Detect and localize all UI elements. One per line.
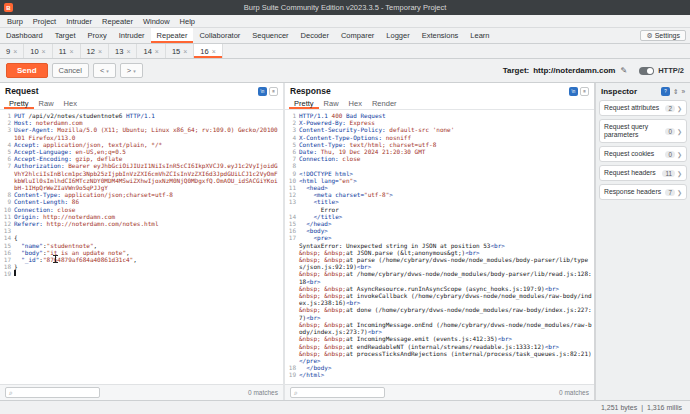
line-text[interactable]: &nbsp; &nbsp;at IncomingMessage.onEnd (/…	[299, 321, 592, 335]
repeater-tab-15[interactable]: 15×	[166, 44, 194, 58]
close-tab-icon[interactable]: ×	[183, 48, 187, 55]
line-text[interactable]: &nbsp; &nbsp;at JSON.parse (&lt;anonymou…	[299, 249, 592, 256]
line-text[interactable]: X-Content-Type-Options: nosniff	[299, 134, 592, 141]
line-text[interactable]: &nbsp; &nbsp;at invokeCallback (/home/cy…	[299, 292, 592, 306]
response-search-input[interactable]	[300, 388, 381, 397]
line-text[interactable]: <head>	[299, 184, 592, 191]
main-tab-decoder[interactable]: Decoder	[295, 28, 335, 43]
history-forward-button[interactable]: > ▾	[120, 63, 143, 78]
line-text[interactable]: HTTP/1.1 400 Bad Request	[299, 112, 592, 119]
request-editor[interactable]: 1PUT /api/v2/notes/studentnote6 HTTP/1.1…	[0, 110, 283, 384]
nonprintable-toggle-icon[interactable]: \n	[258, 87, 267, 96]
inspector-section-request-query-parameters[interactable]: Request query parameters0❯	[599, 119, 687, 143]
request-tab-hex[interactable]: Hex	[59, 97, 82, 109]
line-text[interactable]	[299, 162, 592, 169]
close-tab-icon[interactable]: ×	[212, 48, 216, 55]
line-text[interactable]: &nbsp; &nbsp;at done (/home/cybrary/dvws…	[299, 306, 592, 320]
line-text[interactable]: PUT /api/v2/notes/studentnote6 HTTP/1.1	[14, 112, 281, 119]
line-text[interactable]: &nbsp; &nbsp;at /home/cybrary/dvws-node/…	[299, 270, 592, 284]
request-tab-raw[interactable]: Raw	[34, 97, 59, 109]
menu-item-project[interactable]: Project	[28, 17, 61, 26]
main-tab-proxy[interactable]: Proxy	[82, 28, 113, 43]
repeater-tab-11[interactable]: 11×	[53, 44, 81, 58]
main-tab-repeater[interactable]: Repeater	[151, 28, 194, 43]
line-text[interactable]: Content-Length: 86	[14, 198, 281, 205]
main-tab-learn[interactable]: Learn	[464, 28, 495, 43]
response-tab-raw[interactable]: Raw	[319, 97, 344, 109]
menu-item-window[interactable]: Window	[138, 17, 175, 26]
expand-icon[interactable]: ⇕	[673, 88, 678, 96]
line-text[interactable]: SyntaxError: Unexpected string in JSON a…	[299, 242, 592, 249]
line-text[interactable]: User-Agent: Mozilla/5.0 (X11; Ubuntu; Li…	[14, 126, 281, 140]
history-back-button[interactable]: < ▾	[93, 63, 116, 78]
inspector-section-request-attributes[interactable]: Request attributes2❯	[599, 100, 687, 116]
line-text[interactable]: &nbsp; &nbsp;at parse (/home/cybrary/dvw…	[299, 256, 592, 270]
response-viewer[interactable]: 1HTTP/1.1 400 Bad Request2X-Powered-By: …	[285, 110, 594, 384]
request-search-field[interactable]: ⌕	[5, 387, 100, 398]
close-tab-icon[interactable]: ×	[126, 48, 130, 55]
close-tab-icon[interactable]: ×	[13, 48, 17, 55]
nonprintable-toggle-icon[interactable]: \n	[569, 87, 578, 96]
line-text[interactable]: <body>	[299, 227, 592, 234]
collapse-icon[interactable]: »	[681, 88, 685, 95]
line-text[interactable]: Connection: close	[299, 155, 592, 162]
close-tab-icon[interactable]: ×	[155, 48, 159, 55]
request-tab-pretty[interactable]: Pretty	[4, 97, 34, 109]
text-options-icon[interactable]: ≡	[269, 87, 278, 96]
main-tab-dashboard[interactable]: Dashboard	[0, 28, 49, 43]
line-text[interactable]: </body>	[299, 364, 592, 371]
text-options-icon[interactable]: ≡	[580, 87, 589, 96]
line-text[interactable]: &nbsp; &nbsp;at IncomingMessage.emit (ev…	[299, 335, 592, 342]
line-text[interactable]: Origin: http://noterdamn.com	[14, 213, 281, 220]
line-text[interactable]: Host: noterdamn.com	[14, 119, 281, 126]
line-text[interactable]: Date: Thu, 19 Dec 2024 21:20:30 GMT	[299, 148, 592, 155]
close-tab-icon[interactable]: ×	[98, 48, 102, 55]
line-text[interactable]: &nbsp; &nbsp;at endReadableNT (internal/…	[299, 343, 592, 350]
repeater-tab-10[interactable]: 10×	[24, 44, 52, 58]
line-text[interactable]: {	[14, 234, 281, 241]
line-text[interactable]: X-Powered-By: Express	[299, 119, 592, 126]
line-text[interactable]: Error	[299, 206, 592, 213]
main-tab-comparer[interactable]: Comparer	[335, 28, 380, 43]
help-icon[interactable]: ?	[661, 87, 670, 96]
repeater-tab-13[interactable]: 13×	[109, 44, 137, 58]
response-tab-hex[interactable]: Hex	[344, 97, 367, 109]
menu-item-help[interactable]: Help	[175, 17, 200, 26]
line-text[interactable]: Accept-Encoding: gzip, deflate	[14, 155, 281, 162]
response-tab-pretty[interactable]: Pretty	[289, 97, 319, 109]
settings-button[interactable]: ⚙ Settings	[640, 30, 686, 41]
line-text[interactable]: </pre>	[299, 357, 592, 364]
line-text[interactable]: Referer: http://noterdamn.com/notes.html	[14, 220, 281, 227]
line-text[interactable]: <html lang="en">	[299, 177, 592, 184]
line-text[interactable]: Accept-Language: en-US,en;q=0.5	[14, 148, 281, 155]
line-text[interactable]: </head>	[299, 220, 592, 227]
edit-target-icon[interactable]: ✎	[620, 66, 627, 75]
line-text[interactable]	[14, 227, 281, 234]
line-text[interactable]: Authorization: Bearer eyJhbGciOiJIUzI1Ni…	[14, 162, 281, 191]
line-text[interactable]: &nbsp; &nbsp;at processTicksAndRejection…	[299, 350, 592, 357]
line-text[interactable]: </title>	[299, 213, 592, 220]
close-tab-icon[interactable]: ×	[42, 48, 46, 55]
main-tab-extensions[interactable]: Extensions	[416, 28, 465, 43]
line-text[interactable]: Accept: application/json, text/plain, */…	[14, 141, 281, 148]
menu-item-burp[interactable]: Burp	[2, 17, 28, 26]
main-tab-sequencer[interactable]: Sequencer	[246, 28, 294, 43]
main-tab-intruder[interactable]: Intruder	[113, 28, 151, 43]
inspector-section-request-headers[interactable]: Request headers11❯	[599, 165, 687, 181]
line-text[interactable]: }	[14, 263, 281, 270]
line-text[interactable]: <meta charset="utf-8">	[299, 191, 592, 198]
line-text[interactable]	[14, 270, 281, 277]
line-text[interactable]: Content-Security-Policy: default-src 'no…	[299, 126, 592, 133]
line-text[interactable]: <title>	[299, 198, 592, 205]
menu-item-repeater[interactable]: Repeater	[97, 17, 138, 26]
main-tab-collaborator[interactable]: Collaborator	[193, 28, 246, 43]
line-text[interactable]: <!DOCTYPE html>	[299, 170, 592, 177]
response-tab-render[interactable]: Render	[367, 97, 402, 109]
line-text[interactable]: </html>	[299, 371, 592, 378]
repeater-tab-9[interactable]: 9×	[0, 44, 24, 58]
repeater-tab-12[interactable]: 12×	[81, 44, 109, 58]
cancel-button[interactable]: Cancel	[52, 63, 89, 78]
line-text[interactable]: Connection: close	[14, 206, 281, 213]
line-text[interactable]: &nbsp; &nbsp;at AsyncResource.runInAsync…	[299, 285, 592, 292]
repeater-tab-16[interactable]: 16×	[194, 44, 222, 58]
